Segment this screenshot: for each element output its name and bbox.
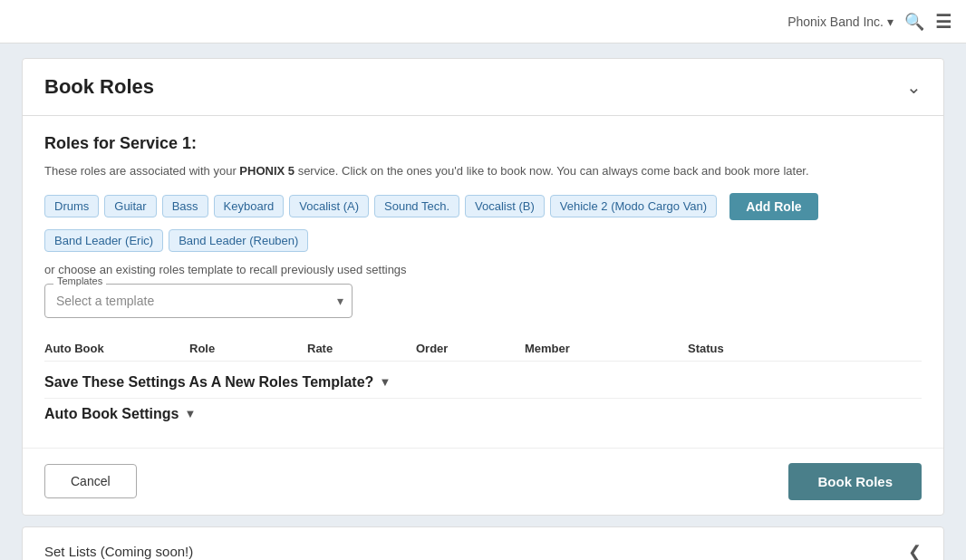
book-roles-card-body: Roles for Service 1: These roles are ass…: [23, 116, 943, 448]
search-icon[interactable]: 🔍: [904, 12, 924, 32]
set-lists-collapse-icon: ❮: [908, 542, 922, 561]
service-section-title: Roles for Service 1:: [44, 134, 922, 153]
role-chip-band-leader-eric[interactable]: Band Leader (Eric): [44, 229, 163, 252]
auto-book-settings-arrow-icon: ▼: [184, 407, 196, 420]
auto-book-settings-row[interactable]: Auto Book Settings ▼: [44, 399, 922, 430]
save-settings-label: Save These Settings As A New Roles Templ…: [44, 374, 373, 391]
col-role: Role: [189, 342, 307, 355]
col-member: Member: [525, 342, 688, 355]
brand-selector[interactable]: Phonix Band Inc. ▾: [787, 14, 894, 29]
role-chip-band-leader-reuben[interactable]: Band Leader (Reuben): [169, 229, 308, 252]
set-lists-title: Set Lists (Coming soon!): [44, 544, 193, 559]
template-select-label: Templates: [53, 275, 106, 286]
service-name: PHONIX 5: [239, 164, 295, 178]
roles-chips-row2: Band Leader (Eric) Band Leader (Reuben): [44, 229, 922, 252]
template-select-dropdown[interactable]: Select a template: [44, 284, 353, 318]
template-select-container: Templates Select a template ▾: [44, 284, 353, 318]
menu-icon[interactable]: ☰: [935, 11, 952, 33]
role-chip-bass[interactable]: Bass: [162, 195, 208, 217]
role-chip-sound-tech[interactable]: Sound Tech.: [374, 195, 459, 217]
set-lists-card[interactable]: Set Lists (Coming soon!) ❮: [22, 526, 944, 561]
book-roles-button[interactable]: Book Roles: [788, 463, 922, 500]
main-content: Book Roles ⌄ Roles for Service 1: These …: [0, 43, 966, 560]
col-auto-book: Auto Book: [44, 342, 189, 355]
role-chip-keyboard[interactable]: Keyboard: [214, 195, 285, 217]
brand-name: Phonix Band Inc.: [787, 14, 884, 29]
role-chip-guitar[interactable]: Guitar: [104, 195, 156, 217]
book-roles-card-footer: Cancel Book Roles: [23, 448, 943, 515]
collapse-icon[interactable]: ⌄: [906, 76, 922, 98]
nav-icons: 🔍 ☰: [904, 11, 952, 33]
roles-description: These roles are associated with your PHO…: [44, 162, 922, 180]
save-settings-arrow-icon: ▼: [379, 375, 391, 389]
description-prefix: These roles are associated with your: [44, 164, 239, 178]
book-roles-card: Book Roles ⌄ Roles for Service 1: These …: [22, 58, 944, 516]
role-chip-vocalist-a[interactable]: Vocalist (A): [289, 195, 369, 217]
book-roles-card-header: Book Roles ⌄: [23, 59, 943, 116]
col-order: Order: [416, 342, 525, 355]
add-role-button[interactable]: Add Role: [729, 193, 817, 220]
template-section-text: or choose an existing roles template to …: [44, 263, 922, 276]
brand-dropdown-arrow: ▾: [887, 14, 894, 29]
table-header: Auto Book Role Rate Order Member Status: [44, 336, 922, 362]
role-chip-vehicle[interactable]: Vehicle 2 (Modo Cargo Van): [550, 195, 717, 217]
role-chip-drums[interactable]: Drums: [44, 195, 99, 217]
description-suffix: service. Click on the ones you'd like to…: [295, 164, 809, 178]
save-settings-row[interactable]: Save These Settings As A New Roles Templ…: [44, 367, 922, 399]
cancel-button[interactable]: Cancel: [44, 464, 137, 498]
roles-chips-container: Drums Guitar Bass Keyboard Vocalist (A) …: [44, 193, 922, 220]
col-status: Status: [688, 342, 815, 355]
auto-book-settings-label: Auto Book Settings: [44, 406, 179, 422]
col-rate: Rate: [307, 342, 416, 355]
top-navigation: Phonix Band Inc. ▾ 🔍 ☰: [0, 0, 966, 43]
book-roles-title: Book Roles: [44, 75, 154, 99]
role-chip-vocalist-b[interactable]: Vocalist (B): [465, 195, 545, 217]
